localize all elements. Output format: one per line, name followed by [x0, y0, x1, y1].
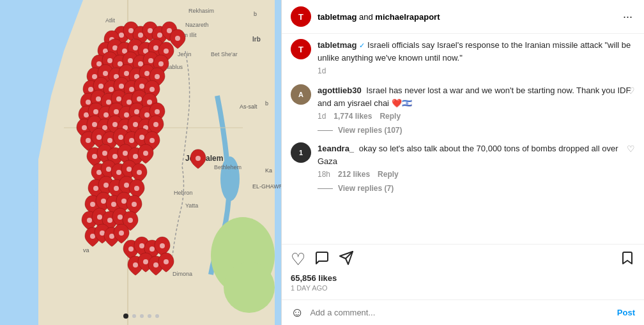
svg-point-129 [143, 259, 148, 264]
svg-point-88 [107, 138, 112, 143]
svg-point-32 [167, 28, 172, 33]
svg-point-100 [96, 170, 102, 175]
svg-point-101 [106, 167, 111, 172]
svg-point-114 [132, 202, 137, 207]
comment-1-username[interactable]: agottlieb30 [318, 86, 362, 95]
header-account-secondary[interactable]: michaelrapaport [375, 12, 440, 22]
svg-point-91 [139, 135, 144, 140]
add-comment-row: ☺ Post [282, 299, 644, 325]
more-options-button[interactable]: ··· [620, 8, 635, 26]
svg-point-126 [150, 246, 155, 252]
comment-2-view-replies[interactable]: View replies (7) [318, 184, 635, 193]
action-icons-row: ♡ [291, 250, 635, 269]
svg-point-112 [111, 202, 116, 207]
comment-2-username[interactable]: 1eandra_ [318, 144, 354, 153]
comment-1-likes: 1,774 likes [334, 112, 372, 121]
svg-point-105 [93, 186, 98, 191]
likes-count: 65,856 likes [291, 273, 635, 283]
svg-point-128 [133, 262, 138, 268]
svg-point-95 [102, 151, 107, 156]
post-avatar: T [291, 39, 311, 59]
bookmark-button[interactable] [620, 250, 635, 269]
post-comment-button[interactable]: Post [617, 308, 635, 317]
comment-input[interactable] [310, 308, 617, 317]
svg-point-47 [148, 58, 153, 63]
svg-point-59 [119, 84, 124, 89]
svg-point-121 [100, 231, 105, 236]
comments-section: T tabletmag✓ Israeli officials say Israe… [282, 34, 644, 244]
svg-point-73 [114, 109, 119, 114]
svg-point-48 [158, 61, 164, 66]
svg-point-127 [160, 243, 165, 248]
svg-point-71 [93, 109, 98, 114]
svg-point-69 [147, 100, 152, 105]
comment-2-avatar: 1 [291, 142, 311, 163]
svg-point-103 [126, 167, 132, 172]
comment-1-view-replies[interactable]: View replies (107) [318, 126, 635, 135]
comment-2-content: okay so let's also talk about the 70,000… [318, 144, 618, 166]
svg-point-113 [121, 199, 126, 204]
svg-text:b: b [265, 100, 268, 107]
svg-point-125 [139, 243, 144, 248]
comment-row-1: A agottlieb30 Israel has never lost a wa… [291, 84, 635, 121]
comment-1-time: 1d [318, 112, 326, 121]
svg-point-29 [138, 33, 143, 38]
svg-point-56 [88, 87, 93, 92]
comment-row-2: 1 1eandra_ okay so let's also talk about… [291, 142, 635, 179]
view-replies-line-2 [318, 188, 333, 189]
post-username[interactable]: tabletmag [318, 40, 356, 50]
svg-point-72 [103, 112, 109, 117]
header-names: tabletmag and michaelrapaport [318, 12, 620, 22]
svg-point-65 [106, 100, 111, 105]
svg-point-107 [114, 186, 119, 191]
svg-text:Yatta: Yatta [185, 202, 198, 209]
svg-point-50 [103, 71, 108, 76]
svg-point-38 [133, 45, 138, 50]
svg-point-63 [86, 100, 91, 105]
post-panel: T tabletmag and michaelrapaport ··· T ta… [281, 0, 644, 325]
comment-1-reply-button[interactable]: Reply [379, 112, 401, 121]
svg-point-60 [129, 87, 134, 92]
svg-point-117 [107, 218, 112, 223]
svg-point-27 [119, 33, 124, 38]
svg-point-104 [137, 170, 142, 175]
svg-point-36 [112, 45, 118, 50]
svg-point-52 [124, 71, 129, 76]
svg-point-111 [101, 199, 106, 204]
comment-2-like-icon[interactable]: ♡ [627, 144, 635, 154]
svg-text:va: va [83, 247, 89, 253]
comment-2-text: 1eandra_ okay so let's also talk about t… [318, 142, 635, 167]
comment-2-reply-button[interactable]: Reply [378, 170, 399, 179]
comment-1-body: agottlieb30 Israel has never lost a war … [318, 84, 635, 121]
header-account-primary[interactable]: tabletmag [318, 12, 356, 22]
post-comment: T tabletmag✓ Israeli officials say Israe… [291, 39, 635, 75]
svg-point-124 [128, 246, 134, 252]
svg-point-43 [107, 58, 112, 63]
comment-button[interactable] [314, 250, 330, 269]
emoji-button[interactable]: ☺ [291, 305, 303, 320]
svg-text:Dimona: Dimona [172, 271, 192, 277]
svg-point-81 [112, 122, 118, 127]
svg-point-57 [98, 84, 103, 89]
svg-text:Irb: Irb [252, 36, 261, 43]
svg-point-76 [144, 112, 150, 117]
svg-text:As-salt: As-salt [240, 103, 257, 110]
comment-1-like-icon[interactable]: ♡ [627, 86, 635, 96]
post-text: tabletmag✓ Israeli officials say Israel'… [318, 39, 635, 64]
svg-point-130 [153, 262, 158, 268]
share-button[interactable] [339, 250, 354, 269]
svg-point-92 [150, 138, 155, 143]
svg-point-55 [155, 74, 160, 79]
svg-point-45 [128, 58, 133, 63]
svg-point-70 [84, 112, 89, 117]
svg-point-132 [123, 314, 128, 319]
svg-point-58 [109, 87, 114, 92]
verified-badge: ✓ [359, 42, 365, 49]
svg-point-135 [148, 314, 151, 318]
like-button[interactable]: ♡ [291, 250, 305, 269]
comment-2-replies-text: View replies (7) [338, 184, 394, 193]
svg-point-123 [119, 231, 124, 236]
svg-text:Nazareth: Nazareth [185, 22, 209, 28]
svg-point-122 [109, 234, 114, 239]
svg-point-106 [103, 183, 109, 188]
